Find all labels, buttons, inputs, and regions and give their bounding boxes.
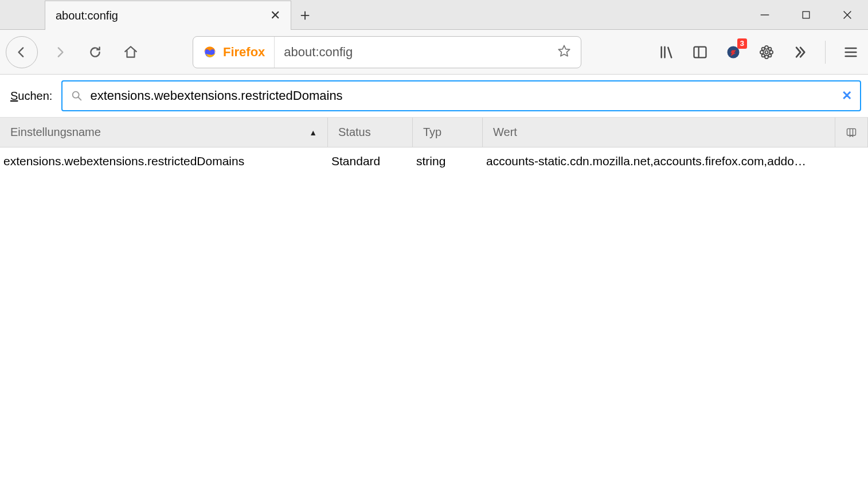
svg-rect-1: [803, 11, 810, 18]
library-icon[interactable]: [655, 41, 678, 64]
config-pref-status: Standard: [328, 154, 413, 168]
new-tab-button[interactable]: ＋: [291, 0, 319, 29]
tab-spacer: [0, 0, 45, 29]
col-header-name[interactable]: Einstellungsname ▲: [0, 118, 328, 147]
toolbar-separator: [825, 41, 826, 64]
search-label: Suchen:: [10, 90, 52, 103]
svg-point-15: [762, 54, 765, 57]
sidebar-icon[interactable]: [689, 41, 711, 64]
identity-label: Firefox: [223, 45, 265, 60]
svg-point-20: [73, 92, 79, 98]
svg-point-13: [762, 47, 765, 50]
svg-point-12: [769, 50, 773, 54]
firefox-icon: [202, 45, 217, 60]
sort-asc-icon: ▲: [309, 128, 317, 137]
config-table: Einstellungsname ▲ Status Typ Wert exten…: [0, 118, 868, 175]
browser-tab-active[interactable]: about:config ✕: [45, 1, 291, 30]
home-button[interactable]: [117, 38, 144, 66]
col-header-status[interactable]: Status: [328, 118, 413, 147]
col-header-value[interactable]: Wert: [483, 118, 835, 147]
forward-button: [46, 38, 73, 66]
clear-search-icon[interactable]: ✕: [842, 88, 852, 103]
svg-point-9: [765, 45, 768, 49]
svg-rect-22: [847, 129, 856, 135]
config-pref-value: accounts-static.cdn.mozilla.net,accounts…: [483, 154, 868, 168]
svg-line-21: [79, 98, 81, 100]
identity-box[interactable]: Firefox: [193, 37, 275, 68]
bookmark-star-icon[interactable]: [548, 44, 581, 61]
svg-point-8: [765, 50, 768, 53]
svg-point-14: [768, 47, 771, 50]
reload-button[interactable]: [81, 38, 109, 66]
config-pref-type: string: [413, 154, 483, 168]
toolbar-right: 3: [655, 41, 862, 64]
url-bar[interactable]: Firefox: [193, 36, 581, 68]
overflow-icon[interactable]: [788, 41, 811, 64]
hamburger-menu-icon[interactable]: [839, 41, 862, 64]
config-pref-name: extensions.webextensions.restrictedDomai…: [0, 154, 328, 168]
window-minimize-button[interactable]: [744, 0, 785, 30]
extension-noscript-icon[interactable]: 3: [722, 41, 745, 64]
col-header-type[interactable]: Typ: [413, 118, 483, 147]
tab-strip: about:config ✕ ＋: [0, 0, 868, 30]
window-controls: [744, 0, 868, 29]
svg-point-10: [765, 55, 768, 59]
extension-badge: 3: [737, 38, 747, 49]
column-picker-icon[interactable]: [835, 118, 868, 147]
browser-toolbar: Firefox 3: [0, 30, 868, 75]
window-close-button[interactable]: [827, 0, 868, 30]
config-search-row: Suchen: ✕: [0, 75, 868, 118]
config-table-header: Einstellungsname ▲ Status Typ Wert: [0, 118, 868, 147]
svg-point-11: [760, 50, 764, 54]
extension-flower-icon[interactable]: [755, 41, 778, 64]
tab-title: about:config: [56, 9, 263, 22]
config-search-input[interactable]: [90, 88, 835, 103]
window-maximize-button[interactable]: [785, 0, 827, 30]
url-input[interactable]: [275, 45, 548, 60]
svg-rect-5: [694, 46, 706, 57]
search-icon: [71, 90, 83, 102]
config-searchbox[interactable]: ✕: [61, 80, 861, 111]
svg-point-16: [768, 54, 771, 57]
back-button[interactable]: [6, 36, 38, 68]
close-tab-icon[interactable]: ✕: [270, 8, 280, 23]
config-row[interactable]: extensions.webextensions.restrictedDomai…: [0, 147, 868, 175]
